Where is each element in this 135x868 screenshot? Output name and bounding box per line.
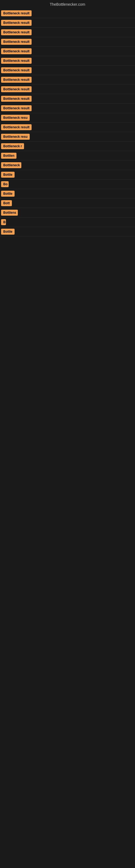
bottleneck-badge[interactable]: B <box>1 219 6 225</box>
list-item: Bottleneck result <box>0 75 135 85</box>
bottleneck-badge[interactable]: Bottleneck result <box>1 77 32 83</box>
list-item: Bottleneck resu <box>0 132 135 142</box>
bottleneck-badge[interactable]: Bottleneck resu <box>1 134 30 140</box>
list-item: Bottle <box>0 227 135 237</box>
bottleneck-badge[interactable]: Bottlens <box>1 210 18 216</box>
bottleneck-badge[interactable]: Bottleneck result <box>1 20 32 26</box>
bottleneck-badge[interactable]: Bottleneck result <box>1 86 32 92</box>
bottleneck-badge[interactable]: Bottlen <box>1 153 16 159</box>
bottleneck-badge[interactable]: Bott <box>1 200 12 206</box>
list-item: Bottleneck result <box>0 37 135 46</box>
bottleneck-badge[interactable]: Bottle <box>1 172 14 178</box>
bottleneck-badge[interactable]: Bottleneck result <box>1 58 32 64</box>
bottleneck-badge[interactable]: Bottleneck result <box>1 10 32 16</box>
bottleneck-badge[interactable]: Bottleneck result <box>1 48 32 54</box>
list-item: Bottleneck result <box>0 94 135 104</box>
list-item: Bottleneck result <box>0 18 135 28</box>
site-title: TheBottlenecker.com <box>0 0 135 9</box>
list-item: Bottlens <box>0 208 135 218</box>
bottleneck-badge[interactable]: Bottleneck result <box>1 105 32 111</box>
list-item: Bottleneck result <box>0 28 135 37</box>
list-item: Bottleneck <box>0 161 135 170</box>
list-item: Bottleneck r <box>0 142 135 151</box>
bottleneck-badge[interactable]: Bottleneck result <box>1 124 32 130</box>
list-item: Bottlen <box>0 151 135 161</box>
list-item: Bottleneck result <box>0 85 135 94</box>
list-item: B <box>0 218 135 227</box>
site-header: TheBottlenecker.com <box>0 0 135 9</box>
list-item: Bottleneck result <box>0 46 135 56</box>
list-item: Bottleneck result <box>0 104 135 113</box>
list-item: Bottleneck result <box>0 9 135 18</box>
bottleneck-badge[interactable]: Bottleneck result <box>1 29 32 35</box>
bottleneck-badge[interactable]: Bottleneck result <box>1 96 32 102</box>
list-item: Bottleneck result <box>0 56 135 66</box>
list-item: Bott <box>0 198 135 208</box>
bottleneck-badge[interactable]: Bottleneck <box>1 162 21 168</box>
list-item: Bo <box>0 180 135 189</box>
bottleneck-badge[interactable]: Bottle <box>1 229 14 235</box>
list-item: Bottleneck result <box>0 123 135 132</box>
bottleneck-badge[interactable]: Bottleneck result <box>1 39 32 45</box>
bottleneck-badge[interactable]: Bottleneck r <box>1 143 24 149</box>
list-item: Bottle <box>0 189 135 198</box>
list-item: Bottleneck resu <box>0 113 135 123</box>
bottleneck-badge[interactable]: Bottleneck result <box>1 67 32 73</box>
bottleneck-badge[interactable]: Bottleneck resu <box>1 115 30 121</box>
bottleneck-badge[interactable]: Bo <box>1 181 9 187</box>
badges-container: Bottleneck resultBottleneck resultBottle… <box>0 9 135 237</box>
bottleneck-badge[interactable]: Bottle <box>1 191 14 197</box>
list-item: Bottleneck result <box>0 66 135 75</box>
list-item: Bottle <box>0 170 135 180</box>
